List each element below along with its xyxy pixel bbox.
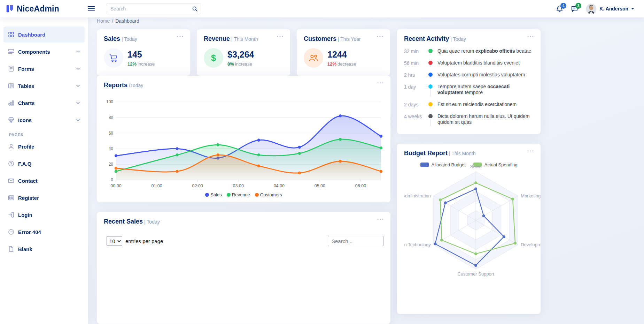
breadcrumb: Home/Dashboard	[97, 18, 636, 24]
info-card-value: 145	[127, 50, 155, 60]
timeline-line	[430, 89, 431, 97]
customers-card: ⋯ Customers| This Year 1244 12%decrease	[297, 29, 390, 76]
sidebar-item-error-404[interactable]: Error 404	[3, 224, 85, 240]
cart-icon	[104, 48, 123, 68]
activity-dot-icon	[428, 84, 433, 89]
svg-text:80: 80	[109, 115, 114, 120]
info-card-percent: 12%	[327, 61, 336, 67]
activity-item: 4 weeks Dicta dolorem harum nulla eius. …	[404, 113, 534, 131]
sidebar-item-profile[interactable]: Profile	[3, 138, 85, 155]
brand-name: NiceAdmin	[17, 4, 59, 14]
sidebar-item-label: Tables	[18, 83, 34, 89]
chevron-down-icon	[76, 50, 80, 54]
info-card-period: | This Year	[338, 36, 361, 42]
svg-text:01:00: 01:00	[151, 183, 162, 188]
entries-per-page-select[interactable]: 10	[107, 236, 122, 246]
sidebar-item-login[interactable]: Login	[3, 207, 85, 223]
reports-title: Reports	[104, 82, 127, 89]
card-options-icon[interactable]: ⋯	[377, 216, 384, 223]
svg-text:40: 40	[109, 146, 114, 151]
brand-logo[interactable]: NiceAdmin	[0, 4, 83, 14]
timeline-line	[430, 53, 431, 55]
info-card-percent-label: decrease	[337, 61, 356, 67]
dollar-icon: $	[204, 48, 223, 68]
budget-report-card: ⋯ Budget Report| This Month Allocated Bu…	[397, 144, 541, 314]
activity-dot-icon	[428, 114, 433, 118]
activity-text: Dicta dolorem harum nulla eius. Ut quide…	[435, 113, 534, 125]
message-count-badge: 3	[575, 3, 581, 9]
activity-dot-icon	[428, 102, 433, 106]
sidebar-item-blank[interactable]: Blank	[3, 241, 85, 257]
activity-time: 56 min	[404, 60, 426, 66]
activity-item: 32 min Quia quae rerum explicabo officii…	[404, 48, 534, 60]
info-card-period: | Today	[122, 36, 137, 42]
messages-button[interactable]: 3	[571, 5, 578, 13]
legend-sales[interactable]: Sales	[205, 192, 222, 197]
card-options-icon[interactable]: ⋯	[377, 79, 384, 86]
svg-text:Marketing: Marketing	[521, 193, 541, 198]
svg-text:03:00: 03:00	[233, 183, 244, 188]
reports-chart-legend: SalesRevenueCustomers	[104, 192, 383, 197]
card-options-icon[interactable]: ⋯	[527, 147, 534, 154]
layout-table-icon	[8, 83, 14, 89]
card-options-icon[interactable]: ⋯	[277, 33, 284, 40]
card-options-icon[interactable]: ⋯	[177, 33, 184, 40]
sidebar-item-label: Login	[18, 212, 32, 218]
breadcrumb-home[interactable]: Home	[97, 18, 110, 24]
sidebar-item-components[interactable]: Components	[3, 44, 85, 60]
budget-period: | This Month	[449, 151, 476, 156]
timeline-line	[430, 65, 431, 67]
budget-title: Budget Report	[404, 150, 448, 157]
sidebar-item-forms[interactable]: Forms	[3, 61, 85, 77]
dash-circle-icon	[8, 229, 14, 235]
info-card-title: Revenue	[204, 35, 230, 42]
activity-period: | Today	[450, 36, 466, 42]
activity-time: 2 hrs	[404, 72, 426, 78]
sidebar-item-icons[interactable]: Icons	[3, 112, 85, 128]
legend-swatch-icon	[420, 163, 429, 167]
activity-timeline: 32 min Quia quae rerum explicabo officii…	[404, 48, 534, 131]
sidebar-item-charts[interactable]: Charts	[3, 95, 85, 111]
sidebar-toggle-icon[interactable]	[87, 5, 95, 13]
notifications-button[interactable]: 4	[556, 5, 563, 13]
envelope-icon	[8, 178, 14, 184]
legend-revenue[interactable]: Revenue	[227, 192, 250, 197]
activity-time: 4 weeks	[404, 113, 426, 125]
profile-menu[interactable]: K. Anderson	[586, 3, 634, 14]
legend-dot-icon	[227, 193, 231, 197]
header-search	[106, 3, 201, 14]
info-card-title: Sales	[104, 35, 120, 42]
recent-activity-card: ⋯ Recent Activity| Today 32 min Quia qua…	[397, 29, 541, 134]
card-options-icon[interactable]: ⋯	[377, 33, 384, 40]
card-options-icon[interactable]: ⋯	[527, 33, 534, 40]
sidebar-item-f-a-q[interactable]: F.A.Q	[3, 156, 85, 172]
reports-card: ⋯ Reports/Today 02040608010000:0001:0002…	[97, 76, 390, 202]
sidebar-item-contact[interactable]: Contact	[3, 173, 85, 189]
question-circle-icon	[8, 160, 14, 167]
notification-count-badge: 4	[560, 3, 566, 9]
info-card-period: | This Month	[231, 36, 258, 42]
sidebar-item-label: Icons	[18, 117, 32, 123]
svg-text:06:00: 06:00	[355, 183, 366, 188]
svg-text:20: 20	[109, 162, 114, 167]
search-icon[interactable]	[192, 6, 198, 12]
reports-line-chart: 02040608010000:0001:0002:0003:0004:0005:…	[104, 90, 383, 191]
recent-sales-card: ⋯ Recent Sales| Today 10 entries per pag…	[97, 212, 390, 324]
activity-text: Tempore autem saepe occaecati voluptatem…	[435, 84, 534, 96]
timeline-line	[430, 77, 431, 79]
bar-chart-icon	[8, 100, 14, 106]
revenue-card: ⋯ Revenue| This Month $ $3,264 8%increas…	[197, 29, 290, 76]
sidebar-item-label: Register	[18, 195, 39, 201]
sidebar-item-tables[interactable]: Tables	[3, 78, 85, 94]
sidebar-item-dashboard[interactable]: Dashboard	[3, 27, 85, 43]
timeline-line	[430, 119, 431, 126]
legend-customers[interactable]: Customers	[255, 192, 282, 197]
legend-allocated-budget[interactable]: Allocated Budget	[420, 162, 466, 167]
menu-button-icon	[8, 48, 14, 55]
sidebar-item-label: Blank	[18, 246, 32, 252]
sidebar-item-label: Charts	[18, 100, 35, 106]
sidebar-item-register[interactable]: Register	[3, 190, 85, 206]
table-search-input[interactable]	[328, 236, 383, 246]
search-input[interactable]	[110, 6, 192, 12]
chevron-down-icon	[76, 84, 80, 88]
